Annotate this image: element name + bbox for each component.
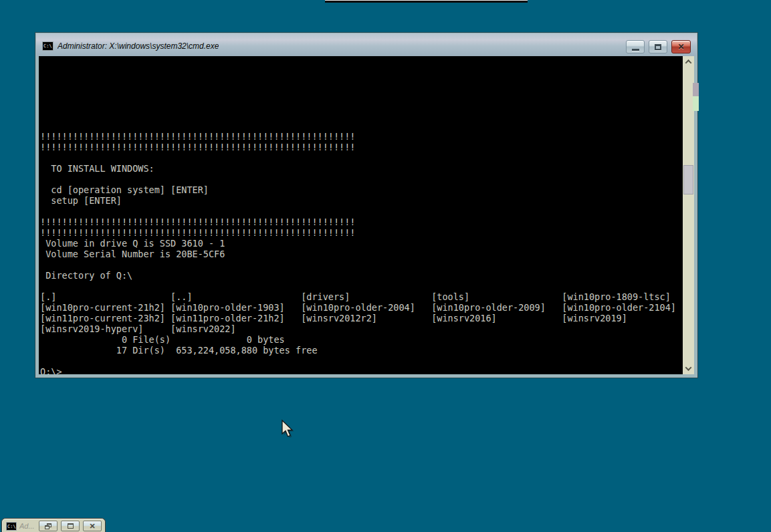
mouse-cursor: [280, 418, 297, 442]
terminal-line: Volume Serial Number is 20BE-5CF6: [40, 249, 683, 259]
chevron-up-icon: [685, 59, 692, 66]
cmd-icon: C:\: [42, 41, 53, 51]
window-title: Administrator: X:\windows\system32\cmd.e…: [58, 41, 219, 51]
terminal-line: Directory of Q:\: [40, 270, 683, 281]
scrollbar[interactable]: [683, 56, 694, 374]
terminal-line: [.] [..] [drivers] [tools] [win10pro-180…: [40, 291, 683, 302]
minimize-icon: [632, 49, 639, 51]
close-icon: ✕: [677, 43, 684, 51]
terminal-line: [40, 88, 683, 99]
border-artifact-2: [693, 96, 699, 111]
minimize-button[interactable]: [626, 40, 645, 53]
terminal-content: !!!!!!!!!!!!!!!!!!!!!!!!!!!!!!!!!!!!!!!!…: [39, 56, 694, 374]
cmd-icon: C:\: [6, 522, 17, 531]
terminal-line: [40, 281, 683, 291]
window-titlebar[interactable]: C:\ Administrator: X:\windows\system32\c…: [36, 33, 697, 56]
terminal-line: [40, 120, 683, 131]
terminal-line: [win10pro-current-21h2] [win10pro-older-…: [40, 302, 683, 313]
terminal-line: !!!!!!!!!!!!!!!!!!!!!!!!!!!!!!!!!!!!!!!!…: [40, 131, 683, 142]
terminal-line: TO INSTALL WINDOWS:: [40, 163, 683, 174]
terminal-line: [winsrv2019-hyperv] [winsrv2022]: [40, 323, 683, 334]
border-artifact-1: [693, 83, 699, 96]
offscreen-window-edge: [325, 0, 528, 3]
terminal-line: !!!!!!!!!!!!!!!!!!!!!!!!!!!!!!!!!!!!!!!!…: [40, 217, 683, 227]
terminal-line: cd [operation system] [ENTER]: [40, 184, 683, 195]
close-button[interactable]: ✕: [671, 40, 691, 53]
taskbar-minimized-window[interactable]: C:\ Ad... ✕: [1, 518, 106, 532]
scroll-up-button[interactable]: [683, 57, 694, 67]
taskbar-maximize-button[interactable]: [61, 521, 80, 531]
taskbar-restore-button[interactable]: [39, 521, 58, 531]
chevron-down-icon: [685, 364, 692, 371]
restore-icon: [45, 523, 51, 529]
terminal-line: [40, 356, 683, 366]
scroll-down-button[interactable]: [683, 364, 694, 374]
maximize-icon: [68, 523, 74, 529]
terminal-line: [40, 99, 683, 110]
terminal-line: [40, 56, 683, 67]
window-controls: ✕: [626, 40, 691, 53]
terminal-line: setup [ENTER]: [40, 195, 683, 206]
terminal-line: [40, 206, 683, 217]
terminal-line: [40, 174, 683, 184]
terminal-line: [40, 152, 683, 163]
close-icon: ✕: [89, 523, 95, 530]
terminal-line: 17 Dir(s) 653,224,058,880 bytes free: [40, 345, 683, 356]
terminal-line: !!!!!!!!!!!!!!!!!!!!!!!!!!!!!!!!!!!!!!!!…: [40, 227, 683, 238]
taskbar-item-label: Ad...: [19, 522, 35, 530]
scrollbar-thumb[interactable]: [683, 165, 693, 194]
taskbar-close-button[interactable]: ✕: [83, 521, 102, 531]
terminal-line: Volume in drive Q is SSD 3610 - 1: [40, 238, 683, 249]
maximize-button[interactable]: [649, 40, 667, 53]
terminal-line: [win11pro-current-23h2] [win11pro-older-…: [40, 313, 683, 323]
terminal-line: [40, 259, 683, 270]
cmd-window: C:\ Administrator: X:\windows\system32\c…: [35, 32, 698, 378]
terminal-line: [40, 67, 683, 78]
terminal-output[interactable]: !!!!!!!!!!!!!!!!!!!!!!!!!!!!!!!!!!!!!!!!…: [39, 56, 683, 374]
terminal-line: [40, 110, 683, 120]
terminal-line: !!!!!!!!!!!!!!!!!!!!!!!!!!!!!!!!!!!!!!!!…: [40, 142, 683, 152]
terminal-line: [40, 78, 683, 88]
maximize-icon: [655, 44, 661, 50]
terminal-line: Q:\>: [40, 366, 683, 374]
terminal-line: 0 File(s) 0 bytes: [40, 334, 683, 345]
